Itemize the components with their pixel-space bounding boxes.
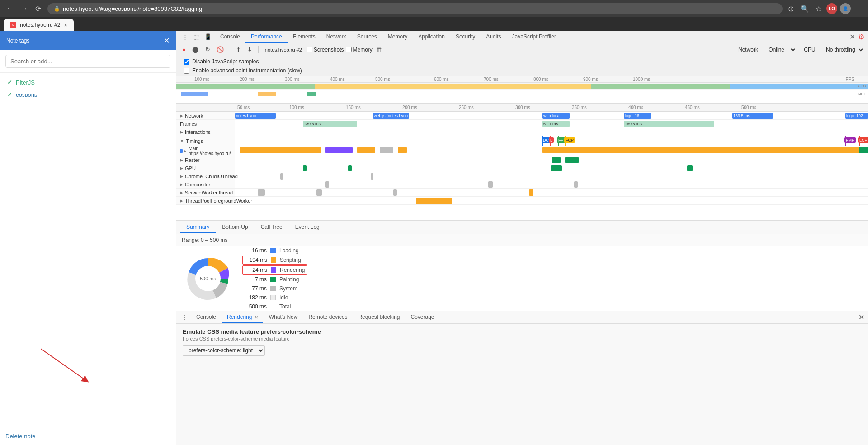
console-tab-rendering[interactable]: Rendering ✕ [222, 312, 263, 323]
main-script-2 [357, 147, 375, 153]
flame-row-frames: Frames 189.6 ms 61.1 ms 169.5 ms [176, 120, 868, 128]
tab-elements[interactable]: Elements [288, 31, 321, 43]
ruler-tick-100: 100 ms [194, 77, 209, 82]
main-tick-100: 100 ms [289, 105, 304, 110]
tab-summary[interactable]: Summary [180, 222, 216, 233]
bottom-panel: Summary Bottom-Up Call Tree Event Log Ra… [176, 220, 868, 311]
flame-row-threadpool: ▶ ThreadPoolForegroundWorker [176, 197, 868, 205]
net-overview-bar: NET [176, 90, 868, 97]
summary-content: 500 ms 16 ms Loading 194 ms Scripting [176, 246, 868, 311]
expand-childio[interactable]: ▶ [180, 174, 183, 179]
dt-close-button[interactable]: ✕ [849, 33, 855, 41]
back-button[interactable]: ← [4, 3, 16, 15]
tab-application[interactable]: Application [413, 31, 450, 43]
tab-memory[interactable]: Memory [382, 31, 413, 43]
tab-bottom-up[interactable]: Bottom-Up [216, 222, 254, 233]
note-header-close-button[interactable]: ✕ [164, 36, 170, 45]
expand-interactions[interactable]: ▶ [180, 130, 183, 134]
childio-bar-1 [280, 173, 283, 180]
search-icon[interactable]: 🔍 [798, 3, 811, 15]
dt-menu-button[interactable]: ⋮ [180, 32, 190, 42]
stop-record-button[interactable]: ⬤ [190, 45, 201, 54]
menu-button[interactable]: ⋮ [854, 3, 864, 15]
tag-label-piterjs[interactable]: PiterJS [16, 79, 35, 86]
tag-check-piterjs: ✓ [7, 79, 12, 86]
overview-timeline[interactable]: 100 ms 200 ms 300 ms 400 ms 500 ms 600 m… [176, 76, 868, 104]
disable-js-checkbox[interactable] [184, 59, 189, 65]
overview-ruler: 100 ms 200 ms 300 ms 400 ms 500 ms 600 m… [176, 76, 868, 83]
expand-serviceworker[interactable]: ▶ [180, 190, 183, 195]
tab-js-profiler[interactable]: JavaScript Profiler [507, 31, 561, 43]
active-tab[interactable]: N notes.hyoo.ru #2 ✕ [4, 19, 74, 31]
forward-button[interactable]: → [18, 3, 31, 15]
network-select[interactable]: Online Offline Fast 3G Slow 3G [767, 46, 797, 53]
tab-close-button[interactable]: ✕ [64, 23, 67, 28]
console-tab-request-blocking[interactable]: Request blocking [354, 312, 404, 323]
enable-paint-checkbox[interactable] [184, 68, 189, 74]
legend-rendering: 24 ms Rendering [242, 265, 307, 275]
expand-compositor[interactable]: ▶ [180, 182, 183, 187]
console-tab-coverage[interactable]: Coverage [406, 312, 439, 323]
network-bar-1: notes.hyoo... [235, 113, 276, 119]
dt-device-button[interactable]: 📱 [202, 32, 214, 42]
rendering-tab-close[interactable]: ✕ [255, 315, 258, 320]
screenshots-checkbox-label: Screenshots [307, 47, 344, 53]
flame-content-network: notes.hyoo... web.js (notes.hyoo... web.… [235, 112, 868, 119]
delete-note-button[interactable]: Delete note [5, 433, 36, 440]
flame-content-childio [235, 172, 868, 180]
console-tab-console[interactable]: Console [192, 312, 221, 323]
tab-performance[interactable]: Performance [245, 31, 288, 43]
expand-threadpool[interactable]: ▶ [180, 199, 183, 203]
expand-network[interactable]: ▶ [180, 114, 183, 118]
clear-button[interactable]: 🚫 [214, 45, 226, 54]
console-close-button[interactable]: ✕ [859, 313, 864, 322]
pie-chart: 500 ms [185, 256, 231, 301]
reload-button[interactable]: ⟳ [33, 3, 44, 15]
tab-security[interactable]: Security [450, 31, 481, 43]
console-tab-remote-devices[interactable]: Remote devices [304, 312, 352, 323]
console-tab-menu-button[interactable]: ⋮ [180, 313, 190, 322]
flame-content-gpu [235, 164, 868, 172]
flame-row-timings: ▼ Timings DCL L FP FCP [176, 136, 868, 146]
flame-chart[interactable]: ▶ Network notes.hyoo... web.js (notes.hy… [176, 112, 868, 220]
dt-settings-icon[interactable]: ⚙ [858, 33, 864, 41]
gpu-bar-3 [551, 165, 562, 171]
expand-main[interactable]: ▶ [184, 149, 187, 153]
tab-event-log[interactable]: Event Log [289, 222, 326, 233]
expand-timings[interactable]: ▼ [180, 139, 184, 143]
legend-painting: 7 ms Painting [244, 276, 305, 283]
tab-audits[interactable]: Audits [481, 31, 506, 43]
upload-button[interactable]: ⬆ [234, 45, 243, 54]
star-icon[interactable]: ☆ [814, 3, 824, 15]
tab-call-tree[interactable]: Call Tree [255, 222, 289, 233]
refresh-record-button[interactable]: ↻ [203, 45, 212, 54]
legend-ms-scripting: 194 ms [245, 257, 267, 263]
main-tick-350: 350 ms [572, 105, 587, 110]
tab-console[interactable]: Console [215, 31, 245, 43]
tab-sources[interactable]: Sources [352, 31, 382, 43]
dt-controls-row: ● ⬤ ↻ 🚫 ⬆ ⬇ notes.hyoo.ru #2 Screenshots… [176, 43, 868, 56]
emulate-select[interactable]: prefers-color-scheme: light prefers-colo… [183, 345, 265, 356]
tag-label-sozovony[interactable]: созвоны [16, 91, 38, 98]
compositor-bar-2 [488, 181, 493, 188]
network-bar-4: logo_16.... [624, 113, 651, 119]
screenshots-checkbox[interactable] [307, 47, 312, 52]
dt-inspect-button[interactable]: ⬚ [191, 32, 201, 42]
trash-icon[interactable]: 🗑 [376, 46, 382, 53]
zoom-icon[interactable]: ⊕ [786, 3, 796, 15]
record-button[interactable]: ● [180, 45, 188, 54]
search-input[interactable] [5, 55, 170, 68]
ruler-tick-700: 700 ms [484, 77, 499, 82]
legend-label-loading: Loading [279, 247, 299, 254]
flame-label-threadpool: ▶ ThreadPoolForegroundWorker [176, 197, 235, 204]
cpu-select[interactable]: No throttling 4x slowdown 6x slowdown [824, 46, 864, 53]
console-tab-whats-new[interactable]: What's New [264, 312, 302, 323]
expand-gpu[interactable]: ▶ [180, 166, 183, 170]
tab-network[interactable]: Network [321, 31, 352, 43]
ruler-tick-300: 300 ms [285, 77, 300, 82]
ruler-tick-600: 600 ms [434, 77, 449, 82]
memory-checkbox[interactable] [346, 47, 352, 52]
expand-raster[interactable]: ▶ [180, 158, 183, 162]
download-button[interactable]: ⬇ [245, 45, 255, 54]
address-bar[interactable]: 🔒 notes.hyoo.ru/#tag=созвоны/note=80937C… [47, 3, 783, 14]
